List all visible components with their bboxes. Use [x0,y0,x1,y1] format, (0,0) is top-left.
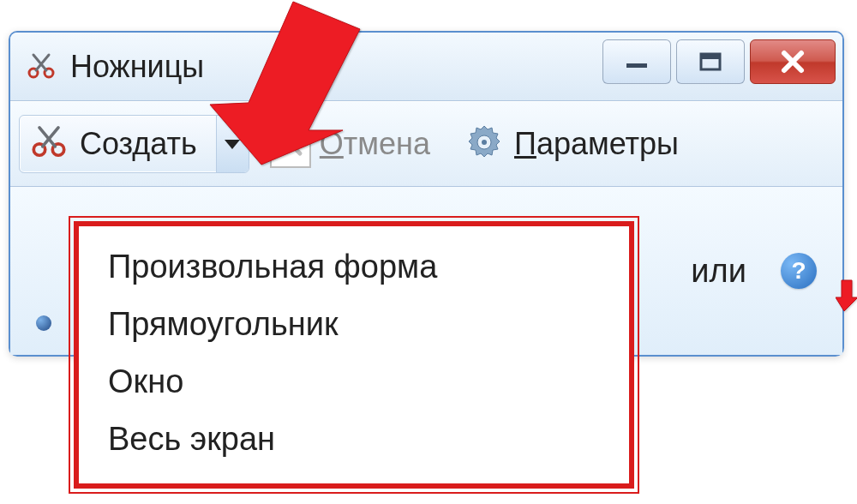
gear-icon [463,121,506,167]
maximize-button[interactable] [676,39,745,84]
annotation-small-arrow [836,279,857,313]
dropdown-item-freeform[interactable]: Произвольная форма [105,238,603,296]
bullet-icon [36,315,51,331]
options-button[interactable]: Параметры [451,116,691,172]
svg-rect-6 [626,63,647,68]
close-icon [779,48,806,75]
help-icon[interactable]: ? [781,253,817,289]
dropdown-item-window[interactable]: Окно [105,353,603,411]
svg-rect-8 [701,54,720,59]
maximize-icon [699,52,722,71]
dropdown-item-rectangle[interactable]: Прямоугольник [105,296,603,353]
annotation-arrow [163,0,386,173]
svg-marker-0 [210,2,360,165]
new-dropdown-menu: Произвольная форма Прямоугольник Окно Ве… [74,221,634,489]
window-controls [602,39,836,84]
app-scissors-icon [26,51,57,82]
toolbar: Создать Отмена Параметры [10,101,842,187]
titlebar: Ножницы [10,33,842,101]
minimize-icon [625,53,649,70]
close-button[interactable] [750,39,836,84]
svg-point-18 [482,140,487,145]
scissors-icon [30,123,68,165]
partial-text: или [691,253,746,290]
minimize-button[interactable] [602,39,671,84]
options-button-label: Параметры [514,126,679,162]
svg-marker-1 [836,280,857,311]
dropdown-item-fullscreen[interactable]: Весь экран [105,411,603,468]
